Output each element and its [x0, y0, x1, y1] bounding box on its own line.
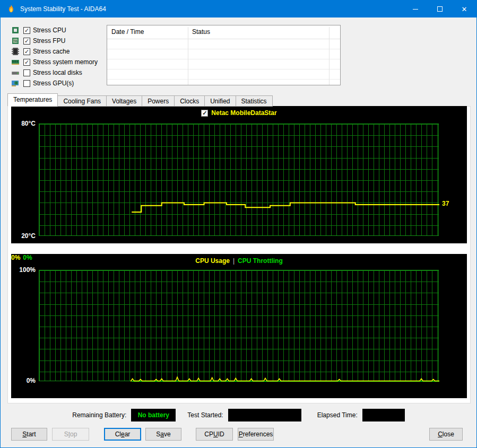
stress-option-label: Stress GPU(s): [33, 80, 74, 87]
stress-option-label: Stress local disks: [33, 69, 82, 76]
stop-button[interactable]: Stop: [52, 428, 89, 441]
temperature-chart-panel: ✓ Netac MobileDataStar 80°C 20°C 37: [11, 106, 467, 243]
tab-cooling-fans[interactable]: Cooling Fans: [57, 95, 107, 107]
column-header-date-time[interactable]: Date / Time: [107, 25, 188, 39]
tab-temperatures[interactable]: Temperatures: [7, 93, 58, 107]
tab-clocks[interactable]: Clocks: [174, 95, 205, 107]
temperature-plot: [39, 124, 439, 236]
close-icon[interactable]: ✕: [452, 1, 476, 17]
stress-option-label: Stress cache: [33, 48, 70, 55]
stress-option-label: Stress FPU: [33, 37, 65, 45]
clear-button[interactable]: Clear: [104, 428, 141, 441]
close-button[interactable]: Close: [429, 428, 463, 441]
cpu-ytick-max: 100%: [11, 266, 36, 274]
cpu-usage-legend-label: CPU Usage: [195, 257, 230, 265]
window-controls: ✕: [403, 1, 476, 17]
status-bar: Remaining Battery: No battery Test Start…: [1, 408, 476, 422]
minimize-icon[interactable]: [403, 1, 428, 17]
cpu-icon: [11, 26, 20, 34]
remaining-battery-value: No battery: [131, 409, 176, 421]
stress-checkbox[interactable]: [23, 69, 30, 76]
cpu-ytick-min: 0%: [11, 377, 36, 384]
cpuid-button[interactable]: CPUID: [196, 428, 233, 441]
log-table-row: [107, 39, 340, 49]
log-table-row: [107, 59, 340, 69]
svg-text:%: %: [13, 39, 17, 43]
stress-checkbox[interactable]: ✓: [23, 48, 30, 55]
cache-icon: [11, 47, 20, 56]
elapsed-time-value: [362, 409, 405, 421]
memory-icon: [11, 58, 20, 66]
stress-option-stress-system-memory[interactable]: ✓Stress system memory: [11, 57, 98, 67]
stress-option-stress-fpu[interactable]: %✓Stress FPU: [11, 36, 98, 46]
temp-ytick-max: 80°C: [11, 120, 36, 127]
test-started-value: [228, 409, 301, 421]
tab-statistics[interactable]: Statistics: [236, 95, 273, 107]
temp-ytick-min: 20°C: [11, 232, 36, 240]
stress-option-stress-cpu[interactable]: ✓Stress CPU: [11, 25, 98, 36]
legend-separator: |: [233, 257, 235, 265]
stress-option-stress-cache[interactable]: ✓Stress cache: [11, 46, 98, 57]
tab-powers[interactable]: Powers: [142, 95, 175, 107]
remaining-battery-label: Remaining Battery:: [72, 411, 126, 419]
stress-option-stress-local-disks[interactable]: Stress local disks: [11, 67, 98, 78]
stress-checkbox[interactable]: ✓: [23, 38, 30, 45]
legend-checkbox[interactable]: ✓: [201, 110, 208, 117]
log-table-body: [107, 39, 340, 80]
disk-icon: [11, 68, 20, 77]
test-log-table: Date / Time Status: [107, 25, 341, 85]
fpu-icon: %: [11, 37, 20, 45]
temperature-current-value: 37: [442, 200, 449, 207]
legend-series-label: Netac MobileDataStar: [211, 109, 276, 117]
titlebar: System Stability Test - AIDA64 ✕: [1, 1, 476, 17]
tab-unified[interactable]: Unified: [204, 95, 236, 107]
elapsed-time-label: Elapsed Time:: [317, 411, 358, 419]
cpu-usage-plot: [39, 270, 439, 381]
temperature-legend[interactable]: ✓ Netac MobileDataStar: [11, 109, 467, 117]
cpu-usage-chart-panel: CPU Usage | CPU Throttling 100% 0% 0% 0%: [11, 254, 467, 398]
chart-tab-strip: TemperaturesCooling FansVoltagesPowersCl…: [7, 94, 272, 107]
window-title: System Stability Test - AIDA64: [20, 5, 106, 13]
log-table-row: [107, 49, 340, 59]
log-table-row: [107, 69, 340, 80]
aida64-flame-icon: [6, 4, 16, 14]
log-table-header: Date / Time Status: [107, 25, 340, 39]
stress-option-label: Stress CPU: [33, 27, 66, 34]
stress-checkbox[interactable]: ✓: [23, 27, 30, 34]
stress-option-label: Stress system memory: [33, 58, 98, 66]
stress-checkbox[interactable]: [23, 80, 30, 87]
start-button[interactable]: Start: [11, 428, 47, 441]
gpu-icon: [11, 79, 20, 87]
tab-voltages[interactable]: Voltages: [106, 95, 142, 107]
stress-options-panel: ✓Stress CPU%✓Stress FPU✓Stress cache✓Str…: [11, 25, 98, 89]
app-window: System Stability Test - AIDA64 ✕ ✓Stress…: [0, 0, 477, 448]
stress-option-stress-gpu-s-[interactable]: Stress GPU(s): [11, 78, 98, 89]
stress-checkbox[interactable]: ✓: [23, 59, 30, 66]
test-started-label: Test Started:: [187, 411, 223, 419]
preferences-button[interactable]: Preferences: [238, 428, 274, 441]
maximize-icon[interactable]: [428, 1, 452, 17]
column-header-status[interactable]: Status: [188, 25, 329, 39]
cpu-legend: CPU Usage | CPU Throttling: [11, 257, 467, 265]
cpu-throttling-legend-label: CPU Throttling: [238, 257, 283, 265]
save-button[interactable]: Save: [145, 428, 181, 441]
